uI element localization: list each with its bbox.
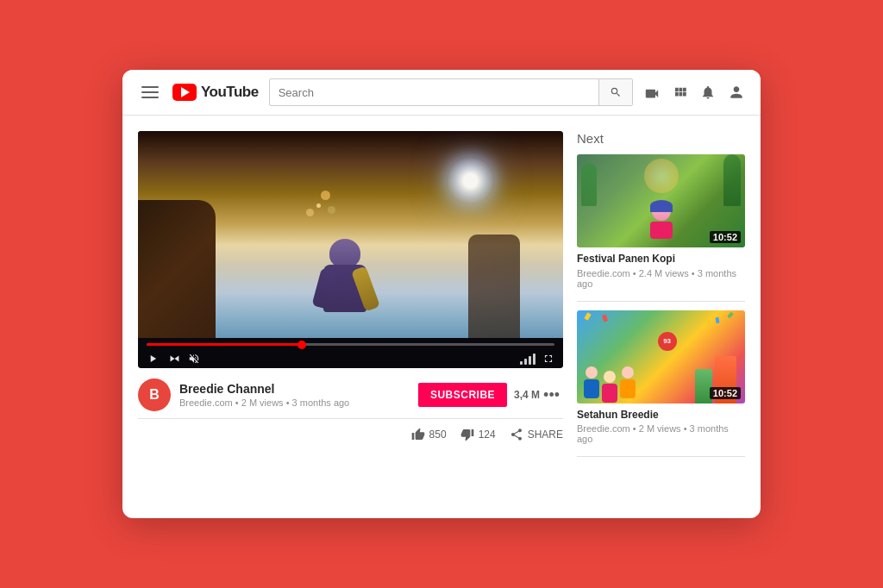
camera-icon[interactable] — [643, 85, 661, 99]
play-button[interactable] — [147, 353, 159, 365]
thumbdown-icon — [460, 428, 474, 441]
youtube-header: YouTube — [122, 70, 761, 116]
video-section: B Breedie Channel Breedie.com • 2 M view… — [138, 131, 563, 466]
sub-count: 3,4 M — [514, 389, 540, 401]
share-button[interactable]: SHARE — [510, 428, 563, 441]
progress-fill — [147, 343, 302, 346]
like-count: 850 — [429, 428, 447, 441]
channel-avatar[interactable]: B — [138, 378, 171, 411]
channel-info: B Breedie Channel Breedie.com • 2 M view… — [138, 368, 563, 419]
video1-meta: Breedie.com • 2.4 M views • 3 months ago — [577, 268, 745, 289]
main-content: B Breedie Channel Breedie.com • 2 M view… — [122, 116, 761, 481]
next-thumb-1: 10:52 — [577, 154, 745, 247]
mute-button[interactable] — [188, 353, 200, 365]
search-icon — [610, 86, 622, 98]
video-player[interactable] — [138, 131, 563, 368]
video2-meta: Breedie.com • 2 M views • 3 months ago — [577, 423, 745, 444]
browser-window: YouTube — [122, 70, 761, 518]
sidebar-divider-2 — [577, 456, 745, 457]
thumbup-icon — [411, 428, 425, 441]
search-bar — [269, 78, 633, 106]
dislike-button[interactable]: 124 — [460, 428, 496, 441]
next-video-2[interactable]: 93 10:52 Setahun Breedie Breedie.com • 2… — [577, 310, 745, 445]
channel-meta: Breedie.com • 2 M views • 3 months ago — [179, 397, 418, 408]
youtube-logo[interactable]: YouTube — [172, 84, 259, 101]
controls-left — [147, 353, 200, 365]
next-label: Next — [577, 131, 745, 146]
grid-icon[interactable] — [673, 84, 688, 100]
more-options-button[interactable]: ••• — [540, 383, 563, 408]
subscribe-area: SUBSCRIBE 3,4 M — [418, 383, 540, 407]
youtube-logo-text: YouTube — [201, 84, 259, 101]
volume-bars — [520, 353, 535, 365]
search-button[interactable] — [598, 78, 632, 106]
bell-icon[interactable] — [700, 84, 716, 101]
controls-right — [520, 353, 554, 365]
video2-duration: 10:52 — [710, 387, 741, 399]
energy-ball — [447, 157, 494, 204]
share-label: SHARE — [528, 428, 563, 441]
video2-title: Setahun Breedie — [577, 409, 745, 422]
video1-title: Festival Panen Kopi — [577, 253, 745, 266]
video1-duration: 10:52 — [710, 231, 741, 243]
progress-track[interactable] — [147, 343, 554, 346]
thanos-figure — [315, 235, 375, 329]
next-thumb-2: 93 10:52 — [577, 310, 745, 403]
dislike-count: 124 — [479, 428, 496, 441]
youtube-logo-icon — [172, 84, 197, 101]
account-icon[interactable] — [728, 84, 745, 101]
next-video-1[interactable]: 10:52 Festival Panen Kopi Breedie.com • … — [577, 154, 745, 289]
channel-name[interactable]: Breedie Channel — [179, 382, 418, 396]
like-button[interactable]: 850 — [411, 428, 447, 441]
header-actions — [643, 84, 745, 101]
player-controls — [138, 349, 563, 368]
progress-bar-container — [138, 338, 563, 349]
sidebar: Next — [577, 131, 745, 466]
search-input[interactable] — [270, 86, 598, 99]
share-icon — [510, 428, 523, 441]
sidebar-divider-1 — [577, 301, 745, 302]
video-thumbnail — [138, 131, 563, 338]
next-button[interactable] — [167, 353, 179, 365]
engagement-bar: 850 124 SHARE — [138, 419, 563, 450]
channel-details: Breedie Channel Breedie.com • 2 M views … — [179, 382, 418, 408]
menu-button[interactable] — [138, 83, 162, 102]
subscribe-button[interactable]: SUBSCRIBE — [418, 383, 507, 407]
fullscreen-button[interactable] — [542, 353, 554, 365]
progress-dot — [297, 341, 306, 349]
